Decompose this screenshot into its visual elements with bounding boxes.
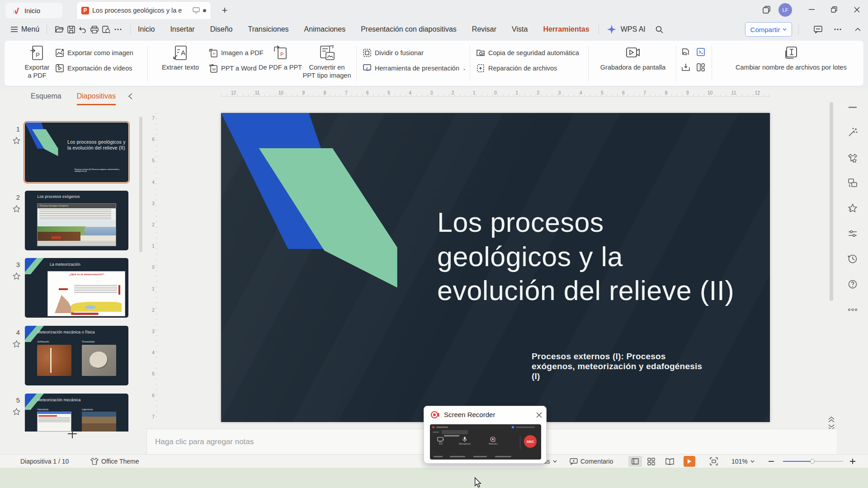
star-icon[interactable]	[13, 137, 20, 145]
open-file-icon[interactable]	[53, 23, 65, 35]
screen-recorder-button[interactable]: Grabadora de pantalla	[592, 45, 674, 71]
tab-herramientas[interactable]: Herramientas	[542, 23, 590, 36]
zoom-in-button[interactable]	[850, 455, 855, 468]
collapse-ribbon-icon[interactable]	[852, 23, 863, 35]
batch-rename-button[interactable]: Cambiar nombre de archivos por lotes	[719, 45, 863, 71]
ppt-to-word-button[interactable]: W PPT a Word	[209, 62, 256, 74]
extract-text-icon: A	[173, 45, 188, 61]
zoom-slider-thumb[interactable]	[810, 459, 815, 464]
screen-recorder-label: Grabadora de pantalla	[600, 63, 665, 71]
split-merge-button[interactable]: Dividir o fusionar	[363, 47, 424, 59]
layout-grid-icon[interactable]	[695, 61, 707, 73]
recorder-preview[interactable]: Full Microphone Webcam REC	[430, 424, 541, 460]
extract-text-button[interactable]: A Extraer texto	[154, 45, 207, 71]
slide-title[interactable]: Los procesos geológicos y la evolución d…	[437, 206, 738, 308]
fit-screen-button[interactable]	[710, 455, 718, 468]
design-theme-icon[interactable]	[845, 150, 860, 165]
more-tools-icon[interactable]	[845, 302, 860, 317]
tab-diseno[interactable]: Diseño	[209, 23, 234, 36]
tab-insertar[interactable]: Insertar	[169, 23, 195, 36]
popup-close-icon[interactable]	[534, 410, 543, 419]
slide-thumbnail-3[interactable]: La meteorización ¿Qué es la meteorizació…	[25, 258, 128, 318]
pdf-to-ppt-icon: P	[273, 45, 288, 61]
wps-ai-button[interactable]: WPS AI	[607, 23, 646, 36]
restore-button[interactable]	[829, 5, 839, 14]
document-tab[interactable]: P Los procesos geológicos y la e	[77, 2, 211, 19]
export-pdf-button[interactable]: P Exportar a PDF	[15, 45, 59, 80]
zoom-level[interactable]: 101%	[731, 455, 755, 468]
undo-icon[interactable]	[77, 23, 89, 35]
close-button[interactable]	[852, 5, 862, 14]
tab-esquema[interactable]: Esquema	[31, 92, 61, 105]
sidebar-scrollbar[interactable]	[139, 117, 142, 252]
slide-thumbnail-4[interactable]: Meteorización mecánica o física Gelifrac…	[25, 326, 128, 385]
history-icon[interactable]	[845, 251, 860, 267]
theme-indicator[interactable]: Office Theme	[90, 455, 139, 468]
zoom-slider[interactable]	[783, 461, 843, 462]
tab-animaciones[interactable]: Animaciones	[303, 23, 347, 36]
star-icon[interactable]	[13, 408, 20, 416]
wps-ai-sparkle-icon	[607, 25, 616, 34]
search-icon[interactable]	[654, 23, 665, 35]
share-button[interactable]: Compartir	[745, 22, 792, 37]
tab-transiciones[interactable]: Transiciones	[247, 23, 289, 36]
reading-view-button[interactable]	[665, 455, 674, 468]
ruler-number: 3	[152, 201, 155, 206]
canvas-scrollbar[interactable]	[829, 89, 834, 417]
tab-inicio[interactable]: Inicio	[137, 23, 156, 36]
print-icon[interactable]	[89, 23, 100, 35]
new-tab-button[interactable]: +	[218, 4, 231, 17]
tab-revisar[interactable]: Revisar	[471, 23, 497, 36]
tab-vista[interactable]: Vista	[511, 23, 528, 36]
ruler-number: 10	[278, 90, 283, 95]
svg-text:P: P	[36, 52, 40, 58]
normal-view-button[interactable]	[628, 456, 642, 467]
ribbon-divider	[470, 45, 470, 81]
add-slide-button[interactable]	[61, 426, 83, 442]
help-icon[interactable]	[845, 277, 860, 292]
zoom-out-button[interactable]	[769, 455, 774, 468]
star-icon[interactable]	[13, 205, 20, 213]
slide-thumbnail-2[interactable]: Los procesos exógenos Procesos Geológico…	[25, 191, 128, 250]
tab-presentacion[interactable]: Presentación con diapositivas	[360, 23, 458, 36]
slide-subtitle[interactable]: Procesos externos (I): Procesos exógenos…	[532, 352, 708, 381]
convert-image-ppt-button[interactable]: Convertir en PPT tipo imagen	[297, 45, 356, 80]
main-menu-button[interactable]: Menú	[10, 23, 40, 36]
previous-slide-icon[interactable]	[828, 417, 835, 422]
more-options-icon[interactable]	[832, 23, 844, 35]
minimize-button[interactable]	[807, 5, 816, 14]
comment-button[interactable]: Comentario	[570, 455, 613, 468]
auto-backup-button[interactable]: Copia de seguridad automática	[476, 47, 579, 59]
import-tray-icon[interactable]	[680, 61, 692, 73]
avatar[interactable]: LF	[778, 3, 792, 17]
slide-thumbnail-1[interactable]: Los procesos geológicos y la evolución d…	[25, 122, 128, 182]
ruler-number: 2	[152, 308, 155, 313]
file-repair-button[interactable]: Reparación de archivos	[476, 62, 557, 74]
home-tab[interactable]: Inicio	[5, 3, 62, 18]
switch-layout-icon[interactable]	[845, 175, 860, 191]
script-run-icon[interactable]	[695, 46, 707, 58]
slideshow-play-button[interactable]	[684, 456, 695, 467]
tab-diapositivas[interactable]: Diapositivas	[77, 92, 116, 105]
save-icon[interactable]	[65, 23, 77, 35]
canvas-scrollbar-thumb[interactable]	[830, 102, 833, 301]
magic-tools-icon[interactable]	[845, 125, 860, 140]
star-icon[interactable]	[13, 340, 20, 348]
presentation-tool-button[interactable]: Herramienta de presentación ⌄	[363, 62, 466, 74]
comments-icon[interactable]	[812, 23, 824, 35]
cloud-doc-icon[interactable]	[680, 46, 692, 58]
collapse-sidebar-icon[interactable]	[128, 93, 132, 99]
star-icon[interactable]	[13, 272, 20, 280]
batch-rename-icon	[782, 45, 800, 61]
print-preview-icon[interactable]	[100, 23, 112, 35]
slide-number: 4	[11, 328, 20, 336]
slide-canvas[interactable]: Los procesos geológicos y la evolución d…	[221, 113, 770, 422]
settings-sliders-icon[interactable]	[845, 226, 860, 241]
more-qat-icon[interactable]	[112, 23, 124, 35]
effects-star-icon[interactable]	[845, 201, 860, 216]
window-tabs-icon[interactable]	[761, 5, 771, 14]
collapse-panel-icon[interactable]	[845, 99, 860, 115]
export-video-button[interactable]: Exportación de vídeos	[55, 62, 132, 74]
slide-sorter-view-button[interactable]	[647, 455, 655, 468]
export-image-button[interactable]: Exportar como imagen	[55, 47, 133, 59]
